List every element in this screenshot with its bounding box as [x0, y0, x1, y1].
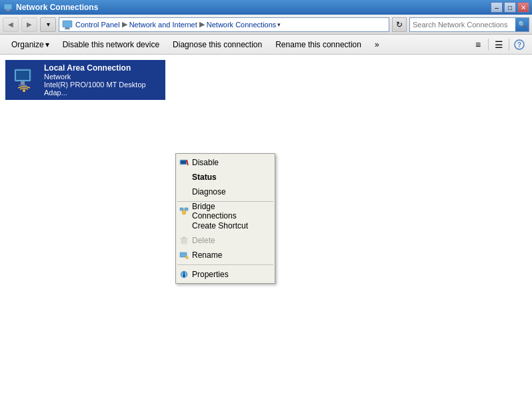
- svg-rect-20: [181, 238, 187, 244]
- separator: [488, 39, 489, 51]
- rename-connection-button[interactable]: Rename this connection: [269, 37, 367, 52]
- back-button[interactable]: ◀: [3, 17, 19, 32]
- svg-rect-2: [5, 11, 11, 11]
- diagnose-connection-button[interactable]: Diagnose this connection: [167, 37, 268, 52]
- more-button[interactable]: »: [369, 37, 385, 52]
- minimize-button[interactable]: –: [491, 2, 503, 13]
- context-menu: Disable Status Diagnose Bridge Connectio…: [175, 153, 275, 284]
- toolbar-right: ≡ ☰ ?: [471, 37, 527, 52]
- app-icon: [3, 2, 13, 13]
- breadcrumb: Control Panel ▶ Network and Internet ▶ N…: [59, 17, 389, 32]
- ctx-item-bridge-connections[interactable]: Bridge Connections: [176, 204, 275, 218]
- search-box: 🔍: [409, 17, 529, 32]
- network-adapter-icon: [11, 67, 37, 93]
- delete-icon: [179, 235, 189, 246]
- close-button[interactable]: ✕: [517, 2, 529, 13]
- help-button[interactable]: ?: [512, 37, 527, 52]
- main-content: Local Area Connection Network Intel(R) P…: [0, 55, 532, 395]
- title-bar: Network Connections – □ ✕: [0, 0, 532, 15]
- svg-rect-11: [19, 85, 27, 86]
- breadcrumb-networkconnections[interactable]: Network Connections: [207, 21, 277, 29]
- separator2: [509, 39, 509, 51]
- bridge-icon: [179, 206, 189, 216]
- forward-button[interactable]: ▶: [21, 17, 37, 32]
- address-bar: ◀ ▶ ▾ Control Panel ▶ Network and Intern…: [0, 15, 532, 35]
- svg-rect-10: [21, 81, 25, 85]
- window-title: Network Connections: [16, 3, 491, 12]
- disable-network-device-button[interactable]: Disable this network device: [57, 37, 165, 52]
- network-item-info: Local Area Connection Network Intel(R) P…: [44, 63, 160, 97]
- svg-line-15: [187, 160, 188, 165]
- network-item-adapter: Intel(R) PRO/1000 MT Desktop Adap...: [44, 81, 160, 97]
- svg-rect-3: [63, 21, 72, 27]
- toolbar: Organize ▾ Disable this network device D…: [0, 35, 532, 55]
- ctx-item-rename[interactable]: Rename: [176, 248, 275, 262]
- context-menu-separator-2: [177, 264, 273, 265]
- network-item-local-area-connection[interactable]: Local Area Connection Network Intel(R) P…: [5, 60, 165, 100]
- ctx-item-status[interactable]: Status: [176, 170, 275, 185]
- svg-text:?: ?: [517, 41, 521, 49]
- search-input[interactable]: [410, 21, 515, 29]
- breadcrumb-controlpanel[interactable]: Control Panel: [75, 21, 120, 29]
- ctx-item-properties[interactable]: Properties: [176, 267, 275, 282]
- search-button[interactable]: 🔍: [515, 18, 529, 31]
- svg-point-27: [183, 272, 185, 273]
- refresh-button[interactable]: ↻: [392, 17, 407, 32]
- ctx-item-delete[interactable]: Delete: [176, 233, 275, 248]
- organize-button[interactable]: Organize ▾: [5, 37, 55, 52]
- svg-rect-0: [4, 4, 12, 9]
- ctx-item-create-shortcut[interactable]: Create Shortcut: [176, 218, 275, 233]
- dropdown-button[interactable]: ▾: [40, 17, 56, 32]
- svg-point-12: [23, 89, 25, 92]
- breadcrumb-icon: [62, 19, 75, 30]
- svg-rect-4: [65, 27, 69, 29]
- svg-point-19: [182, 210, 186, 214]
- network-item-name: Local Area Connection: [44, 63, 160, 73]
- svg-rect-5: [65, 29, 70, 29]
- svg-rect-17: [185, 208, 188, 210]
- svg-rect-16: [180, 208, 183, 210]
- ctx-item-diagnose[interactable]: Diagnose: [176, 185, 275, 199]
- svg-rect-28: [183, 274, 185, 277]
- svg-rect-9: [16, 71, 29, 80]
- view-options-button[interactable]: ≡: [471, 37, 485, 52]
- properties-icon: [179, 269, 189, 280]
- svg-rect-1: [6, 9, 10, 11]
- window-controls: – □ ✕: [491, 2, 529, 13]
- disable-icon: [179, 157, 189, 168]
- maximize-button[interactable]: □: [504, 2, 516, 13]
- ctx-item-disable[interactable]: Disable: [176, 155, 275, 170]
- view-list-button[interactable]: ☰: [491, 37, 506, 52]
- rename-icon: [179, 250, 189, 260]
- network-item-type: Network: [44, 73, 160, 81]
- breadcrumb-networkinternet[interactable]: Network and Internet: [129, 21, 197, 29]
- svg-rect-14: [181, 161, 186, 164]
